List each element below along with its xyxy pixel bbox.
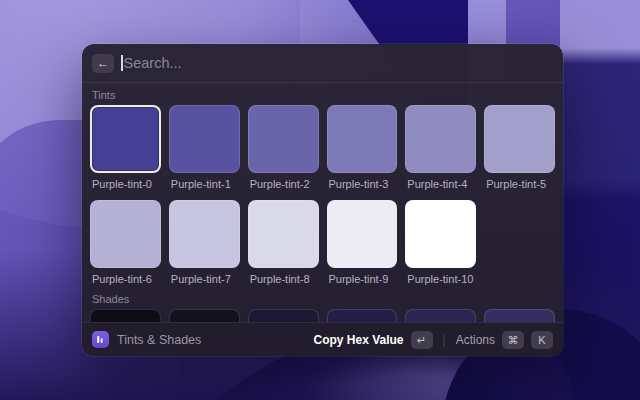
color-swatch[interactable] xyxy=(248,309,319,322)
color-swatch[interactable] xyxy=(405,105,476,173)
color-swatch[interactable] xyxy=(327,200,398,268)
swatch-cell: Purple-tint-7 xyxy=(169,200,240,286)
swatch-label: Purple-tint-1 xyxy=(169,178,240,191)
swatch-label: Purple-tint-3 xyxy=(327,178,398,191)
shades-grid xyxy=(90,309,555,322)
footer-divider: | xyxy=(443,333,446,347)
actions-button[interactable]: Actions xyxy=(456,333,495,347)
color-swatch[interactable] xyxy=(169,200,240,268)
swatch-cell: Purple-tint-9 xyxy=(327,200,398,286)
color-swatch[interactable] xyxy=(484,309,555,322)
shades-section-label: Shades xyxy=(90,293,555,305)
swatch-label: Purple-tint-7 xyxy=(169,273,240,286)
color-swatch[interactable] xyxy=(405,200,476,268)
swatch-label: Purple-tint-6 xyxy=(90,273,161,286)
color-swatch[interactable] xyxy=(327,105,398,173)
swatch-label: Purple-tint-4 xyxy=(405,178,476,191)
swatch-label: Purple-tint-2 xyxy=(248,178,319,191)
color-swatch[interactable] xyxy=(327,309,398,322)
swatch-label: Purple-tint-10 xyxy=(405,273,476,286)
footer-actions: Copy Hex Value ↵ | Actions ⌘ K xyxy=(313,331,553,349)
action-bar: Tints & Shades Copy Hex Value ↵ | Action… xyxy=(82,322,563,356)
swatch-label: Purple-tint-9 xyxy=(327,273,398,286)
swatch-cell: Purple-tint-2 xyxy=(248,105,319,191)
swatch-cell xyxy=(327,309,398,322)
tints-grid: Purple-tint-0Purple-tint-1Purple-tint-2P… xyxy=(90,105,555,286)
k-key-badge[interactable]: K xyxy=(531,331,553,349)
swatch-cell: Purple-tint-6 xyxy=(90,200,161,286)
color-swatch[interactable] xyxy=(90,105,161,173)
color-swatch[interactable] xyxy=(248,105,319,173)
color-swatch[interactable] xyxy=(484,105,555,173)
swatch-cell: Purple-tint-10 xyxy=(405,200,476,286)
command-key-badge[interactable]: ⌘ xyxy=(502,331,524,349)
search-bar: ← xyxy=(82,44,563,83)
search-input[interactable] xyxy=(124,55,554,71)
color-swatch[interactable] xyxy=(90,309,161,322)
tints-shades-app-icon xyxy=(92,331,109,348)
color-swatch[interactable] xyxy=(405,309,476,322)
search-field-wrap xyxy=(121,55,553,71)
back-arrow-icon: ← xyxy=(97,54,109,73)
color-swatch[interactable] xyxy=(248,200,319,268)
return-key-badge[interactable]: ↵ xyxy=(411,331,433,349)
color-swatch[interactable] xyxy=(90,200,161,268)
app-icon-glyph xyxy=(95,334,106,345)
swatch-cell: Purple-tint-4 xyxy=(405,105,476,191)
app-name: Tints & Shades xyxy=(117,333,201,347)
swatch-label: Purple-tint-8 xyxy=(248,273,319,286)
text-cursor xyxy=(121,55,123,71)
swatch-cell xyxy=(248,309,319,322)
swatch-cell xyxy=(90,309,161,322)
swatch-cell xyxy=(169,309,240,322)
swatch-cell: Purple-tint-8 xyxy=(248,200,319,286)
swatch-cell: Purple-tint-1 xyxy=(169,105,240,191)
back-button[interactable]: ← xyxy=(92,54,114,73)
tints-section-label: Tints xyxy=(90,89,555,101)
color-swatch[interactable] xyxy=(169,105,240,173)
raycast-window: ← Tints Purple-tint-0Purple-tint-1Purple… xyxy=(82,44,563,356)
color-swatch[interactable] xyxy=(169,309,240,322)
swatch-cell xyxy=(405,309,476,322)
swatch-cell: Purple-tint-3 xyxy=(327,105,398,191)
swatch-cell: Purple-tint-0 xyxy=(90,105,161,191)
results-area: Tints Purple-tint-0Purple-tint-1Purple-t… xyxy=(82,83,563,322)
copy-hex-value-button[interactable]: Copy Hex Value xyxy=(313,333,403,347)
swatch-label: Purple-tint-5 xyxy=(484,178,555,191)
swatch-cell: Purple-tint-5 xyxy=(484,105,555,191)
swatch-cell xyxy=(484,309,555,322)
swatch-label: Purple-tint-0 xyxy=(90,178,161,191)
